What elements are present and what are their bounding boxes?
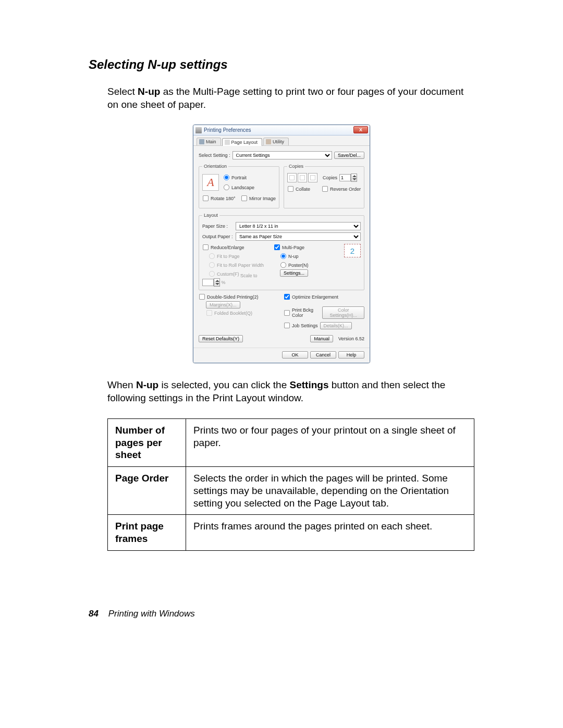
layout-legend: Layout	[202, 213, 219, 218]
intro-paragraph: Select N-up as the Multi-Page setting to…	[107, 85, 474, 111]
reverse-order-label: Reverse Order	[330, 187, 361, 192]
tab-row: Main Page Layout Utility	[193, 135, 370, 146]
double-sided-checkbox[interactable]: Double-Sided Printing(2)	[199, 293, 259, 300]
printing-preferences-dialog: Printing Preferences X Main Page Layout …	[193, 125, 370, 363]
poster-radio[interactable]: Poster(N)	[280, 262, 309, 268]
output-paper-dropdown[interactable]: Same as Paper Size	[236, 232, 361, 241]
scale-to-label: Scale to	[240, 273, 258, 278]
optimize-enlargement-checkbox[interactable]: Optimize Enlargement	[284, 293, 338, 300]
tab-page-layout[interactable]: Page Layout	[222, 138, 263, 146]
output-paper-label: Output Paper :	[202, 234, 234, 239]
nup-preview-icon: 2	[344, 244, 361, 257]
optimize-label: Optimize Enlargement	[292, 294, 338, 300]
margins-button: Margins(X)...	[206, 301, 240, 309]
options-table: Number of pages per sheet Prints two or …	[107, 418, 474, 551]
cancel-button[interactable]: Cancel	[310, 351, 336, 359]
cell-header: Page Order	[108, 467, 186, 515]
spinner-updown-icon[interactable]	[351, 174, 357, 182]
copies-input[interactable]	[339, 174, 351, 181]
portrait-radio[interactable]: Portrait	[223, 174, 254, 181]
tab-main[interactable]: Main	[197, 138, 221, 145]
after-paragraph: When N-up is selected, you can click the…	[107, 379, 474, 404]
paper-size-label: Paper Size :	[202, 224, 234, 229]
color-settings-button: Color Settings(H)...	[322, 306, 364, 319]
ok-button[interactable]: OK	[282, 351, 308, 359]
folded-booklet-checkbox: Folded Booklet(Q)	[206, 310, 252, 316]
close-button[interactable]: X	[353, 126, 368, 133]
scale-input	[202, 279, 214, 286]
section-title: Selecting N-up settings	[89, 57, 474, 72]
orientation-legend: Orientation	[202, 164, 228, 169]
landscape-label: Landscape	[231, 185, 254, 190]
version-label: Version 6.52	[338, 336, 364, 341]
multi-page-checkbox[interactable]: Multi-Page	[274, 244, 304, 251]
tab-main-label: Main	[206, 139, 216, 144]
reset-defaults-button[interactable]: Reset Defaults(Y)	[199, 335, 243, 342]
select-setting-label: Select Setting :	[199, 153, 230, 158]
mirror-image-checkbox[interactable]: Mirror Image	[241, 195, 276, 202]
scale-spinner	[202, 278, 220, 287]
tab-utility-label: Utility	[273, 139, 284, 144]
cell-header: Number of pages per sheet	[108, 418, 186, 466]
page-number: 84	[89, 609, 99, 619]
custom-radio[interactable]: Custom(F)	[209, 270, 239, 277]
dialog-title: Printing Preferences	[204, 127, 251, 133]
intro-text2: as the Multi-Page setting to print two o…	[107, 86, 463, 110]
reduce-enlarge-label: Reduce/Enlarge	[211, 245, 244, 250]
dialog-titlebar: Printing Preferences X	[193, 125, 370, 135]
after-text-d: Settings	[290, 379, 329, 390]
print-bckg-color-checkbox[interactable]: Print Bckg Color	[284, 307, 320, 318]
copies-spinner[interactable]	[339, 174, 357, 182]
intro-bold: N-up	[138, 86, 160, 97]
job-settings-checkbox[interactable]: Job Settings	[284, 322, 318, 329]
save-del-button[interactable]: Save/Del...	[334, 152, 364, 159]
tab-icon	[266, 139, 271, 144]
portrait-label: Portrait	[231, 175, 247, 180]
fit-to-page-label: Fit to Page	[217, 254, 240, 259]
table-row: Number of pages per sheet Prints two or …	[108, 418, 474, 466]
details-button: Details(K)...	[320, 322, 352, 329]
after-text-a: When	[107, 379, 136, 390]
cell-value: Selects the order in which the pages wil…	[186, 467, 474, 515]
cell-header: Print page frames	[108, 515, 186, 551]
fit-to-page-radio[interactable]: Fit to Page	[209, 253, 240, 260]
nup-radio[interactable]: N-up	[280, 253, 299, 260]
print-bckg-label: Print Bckg Color	[292, 307, 320, 318]
collate-checkbox[interactable]: Collate	[287, 186, 310, 192]
table-row: Page Order Selects the order in which th…	[108, 467, 474, 515]
copies-group: Copies Copies Collate Reverse Order	[284, 164, 364, 208]
settings-button[interactable]: Settings...	[280, 269, 308, 277]
cell-value: Prints frames around the pages printed o…	[186, 515, 474, 551]
rotate-180-checkbox[interactable]: Rotate 180°	[202, 195, 236, 202]
printer-icon	[195, 127, 202, 133]
multi-page-label: Multi-Page	[282, 245, 304, 250]
spinner-updown-icon	[214, 278, 220, 287]
orientation-preview-icon: A	[202, 174, 219, 191]
reverse-order-checkbox[interactable]: Reverse Order	[322, 186, 361, 192]
landscape-radio[interactable]: Landscape	[223, 184, 254, 191]
custom-label: Custom(F)	[217, 272, 239, 277]
tab-utility[interactable]: Utility	[263, 138, 289, 145]
copies-preview-icon	[287, 173, 317, 182]
intro-text: Select	[107, 86, 138, 97]
tab-icon	[225, 140, 230, 145]
manual-button[interactable]: Manual	[310, 335, 333, 342]
chapter-title: Printing with Windows	[108, 609, 195, 619]
table-row: Print page frames Prints frames around t…	[108, 515, 474, 551]
select-setting-dropdown[interactable]: Current Settings	[232, 151, 332, 159]
scale-unit: %	[222, 280, 226, 285]
poster-label: Poster(N)	[288, 263, 309, 268]
reduce-enlarge-checkbox[interactable]: Reduce/Enlarge	[202, 244, 244, 251]
fit-to-roll-label: Fit to Roll Paper Width	[217, 263, 264, 268]
cell-value: Prints two or four pages of your printou…	[186, 418, 474, 466]
collate-label: Collate	[296, 187, 310, 192]
paper-size-dropdown[interactable]: Letter 8 1/2 x 11 in	[236, 222, 361, 230]
rotate-label: Rotate 180°	[211, 196, 236, 201]
nup-label: N-up	[288, 254, 299, 259]
help-button[interactable]: Help	[338, 351, 364, 359]
job-settings-label: Job Settings	[292, 323, 318, 328]
fit-to-roll-radio[interactable]: Fit to Roll Paper Width	[209, 262, 264, 268]
mirror-label: Mirror Image	[249, 196, 276, 201]
tab-layout-label: Page Layout	[231, 140, 258, 145]
double-sided-label: Double-Sided Printing(2)	[207, 294, 259, 300]
